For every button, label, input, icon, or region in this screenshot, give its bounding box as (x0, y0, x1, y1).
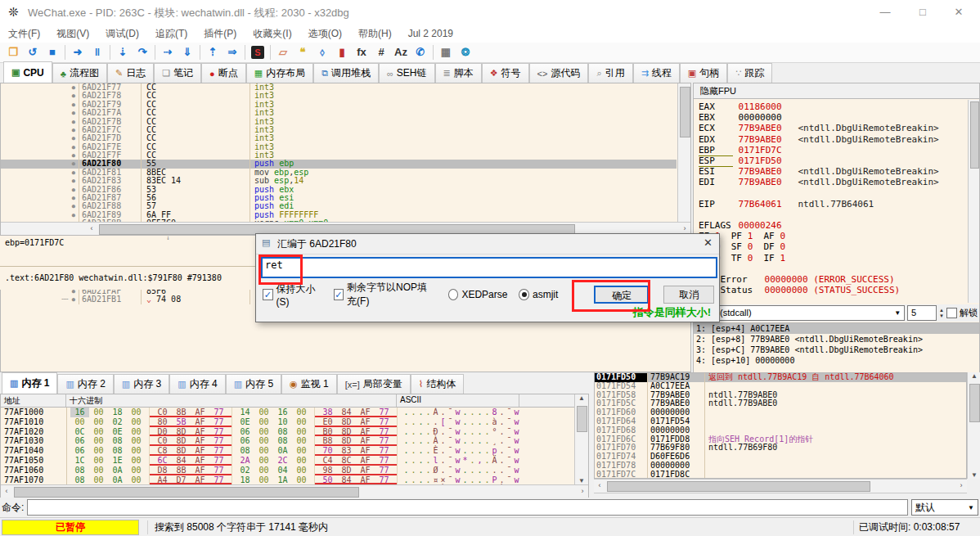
pause-icon[interactable]: ‖ (88, 44, 107, 61)
calling-convention-select[interactable]: 默认 (stdcall)▼ (695, 305, 905, 321)
breakpoint-dot-icon[interactable]: ● (1, 169, 79, 177)
breakpoint-dot-icon[interactable]: ● (1, 202, 79, 210)
tab-脚本[interactable]: ≣脚本 (435, 63, 482, 83)
xedparse-radio[interactable] (448, 289, 459, 300)
dump-row[interactable]: 77AF101000000200805BAF770E001000E08DAF77… (1, 417, 573, 427)
argument-row[interactable]: 4: [esp+10] 00000000 (694, 355, 979, 366)
tab-流程图[interactable]: ♣流程图 (52, 63, 107, 83)
seh-icon[interactable]: S (251, 46, 264, 59)
maximize-button[interactable]: □ (906, 3, 939, 21)
breakpoint-dot-icon[interactable]: ● (1, 143, 79, 151)
bookmarks-icon[interactable]: ▮ (332, 44, 352, 61)
menu-item-文件F[interactable]: 文件(F) (0, 25, 48, 43)
menu-item-帮助H[interactable]: 帮助(H) (350, 25, 400, 43)
command-profile-select[interactable]: 默认▼ (911, 499, 978, 516)
argument-row[interactable]: 2: [esp+8] 77B9ABE0 <ntdll.DbgUiRemoteBr… (694, 334, 979, 345)
tab-句柄[interactable]: ▣句柄 (680, 63, 727, 83)
labels-icon[interactable]: ⬨ (312, 44, 332, 61)
breakpoint-dot-icon[interactable]: ● (1, 118, 79, 126)
tab-CPU[interactable]: ▣CPU (3, 61, 52, 83)
execute-till-return-icon[interactable]: ⇢ (158, 44, 178, 61)
modules-icon[interactable]: ✆ (411, 44, 430, 61)
breakpoint-dot-icon[interactable]: ● (1, 211, 79, 219)
cancel-button[interactable]: 取消 (663, 286, 714, 304)
strings-icon[interactable]: Aᴢ (391, 44, 411, 61)
step-into-icon[interactable]: ⇣ (113, 44, 133, 61)
run-to-user-code-icon[interactable]: ⇓ (178, 44, 197, 61)
stop-icon[interactable]: ■ (43, 44, 62, 61)
command-input[interactable] (27, 499, 908, 516)
step-over-icon[interactable]: ↷ (133, 44, 152, 61)
tab-局部变量[interactable]: [x=]局部变量 (337, 374, 411, 394)
dump-row[interactable]: 77AF10200C000E00D08DAF7706000800B08DAF77… (1, 427, 573, 437)
stack-hscrollbar[interactable]: ‹› (594, 479, 967, 493)
dump-row[interactable]: 77AF10501C001E006C84AF772A002C00C48CAF77… (1, 456, 573, 466)
tab-源代码[interactable]: <>源代码 (529, 63, 589, 83)
assemble-instruction-input[interactable]: ret (261, 257, 717, 278)
stack-panel[interactable]: 0171FD5077B9AC19返回到 ntdll.77B9AC19 自 ntd… (594, 372, 967, 479)
functions-icon[interactable]: fx (352, 44, 371, 61)
arguments-list[interactable]: 1: [esp+4] A0C17EEA2: [esp+8] 77B9ABE0 <… (694, 322, 979, 372)
comments-icon[interactable]: ❝ (293, 44, 312, 61)
menu-item-Jul22019[interactable]: Jul 2 2019 (400, 25, 461, 42)
ok-button[interactable]: 确定 (594, 286, 649, 304)
breakpoint-dot-icon[interactable]: ● (1, 186, 79, 194)
tab-调用堆栈[interactable]: ⧉调用堆栈 (313, 63, 379, 83)
breakpoint-dot-icon[interactable]: ● (1, 109, 79, 117)
tab-内存 4[interactable]: ▥内存 4 (169, 374, 225, 394)
menu-item-视图V[interactable]: 视图(V) (48, 25, 97, 43)
dump-row[interactable]: 77AF104006000800C88DAF7708000A007083AF77… (1, 446, 573, 456)
tab-跟踪[interactable]: ∵跟踪 (727, 63, 772, 83)
stack-row[interactable]: 0171FD7C0171FD8C (595, 471, 966, 479)
dump-row[interactable]: 77AF106008000A00D88BAF7702000400988DAF77… (1, 466, 573, 475)
tab-内存 1[interactable]: ▥内存 1 (2, 372, 57, 394)
patches-icon[interactable]: ▱ (273, 44, 293, 61)
breakpoint-dot-icon[interactable]: ● (1, 101, 79, 109)
calculator-icon[interactable]: ▦ (436, 44, 456, 61)
tab-日志[interactable]: ✎日志 (107, 63, 154, 83)
breakpoint-dot-icon[interactable]: ● (1, 92, 79, 100)
breakpoint-dot-icon[interactable]: ╌╌ ● (1, 295, 79, 304)
dump-row[interactable]: 77AF107008000A00A4D7AF7718001A005084AF77… (1, 475, 573, 485)
stack-vscrollbar[interactable]: ▲▼ (967, 372, 980, 479)
tab-结构体[interactable]: ⌇结构体 (411, 374, 464, 394)
breakpoint-dot-icon[interactable]: ● (1, 134, 79, 142)
disasm-row[interactable]: ●6AD21F7ACCint3 (1, 109, 677, 117)
help-globe-icon[interactable]: ❂ (456, 44, 475, 61)
close-button[interactable]: ✕ (942, 3, 975, 21)
dump-row[interactable]: 77AF100016001800C08BAF77140016003884AF77… (1, 408, 573, 417)
breakpoint-dot-icon[interactable]: ● (1, 83, 79, 92)
dialog-close-icon[interactable]: ✕ (704, 236, 713, 249)
argument-row[interactable]: 1: [esp+4] A0C17EEA (694, 323, 979, 334)
step-out-icon[interactable]: ⇡ (203, 44, 223, 61)
dump-row[interactable]: 77AF103006000800C08DAF7706000800B88DAF77… (1, 436, 573, 446)
dialog-title-bar[interactable]: ▤ 汇编于 6AD21F80 ✕ (256, 234, 719, 254)
asmjit-radio[interactable] (519, 289, 529, 300)
menu-item-选项O[interactable]: 选项(O) (300, 25, 350, 43)
tab-线程[interactable]: ⇉线程 (633, 63, 680, 83)
nop-fill-checkbox[interactable]: ✓ (334, 289, 344, 300)
stack-row[interactable]: 0171FD54A0C17EEA (595, 382, 966, 391)
tab-内存布局[interactable]: ▦内存布局 (246, 63, 313, 83)
tab-断点[interactable]: ●断点 (201, 63, 246, 83)
restart-icon[interactable]: ↺ (23, 44, 43, 61)
unlock-checkbox[interactable] (946, 308, 957, 318)
spinner-arrows-icon[interactable]: ▲▼ (939, 308, 944, 319)
tab-引用[interactable]: ⌕引用 (588, 63, 632, 83)
breakpoint-dot-icon[interactable]: ● (1, 126, 79, 134)
argument-row[interactable]: 3: [esp+C] 77B9ABE0 <ntdll.DbgUiRemoteBr… (694, 345, 979, 355)
dump-rows[interactable]: 77AF100016001800C08BAF77140016003884AF77… (1, 408, 573, 485)
run-to-cursor-icon[interactable]: ⇒ (223, 44, 242, 61)
registers-list[interactable]: EAX 01186000EBX 00000000ECX 77B9ABE0 <nt… (699, 101, 969, 304)
hash-icon[interactable]: # (371, 44, 391, 61)
stack-row[interactable]: 0171FD6800000000 (595, 426, 966, 435)
tab-笔记[interactable]: ❏笔记 (154, 63, 201, 83)
menu-item-收藏夹I[interactable]: 收藏夹(I) (245, 25, 299, 43)
menu-item-调试D[interactable]: 调试(D) (97, 25, 147, 43)
memory-dump-panel[interactable]: 地址 十六进制 ASCII 77AF100016001800C08BAF7714… (0, 394, 589, 498)
tab-监视 1[interactable]: ◉监视 1 (281, 374, 337, 394)
breakpoint-dot-icon[interactable]: ● (1, 160, 79, 168)
open-file-icon[interactable]: ❐ (3, 44, 23, 61)
keep-size-checkbox[interactable]: ✓ (263, 289, 273, 300)
run-icon[interactable]: ➜ (68, 44, 88, 61)
